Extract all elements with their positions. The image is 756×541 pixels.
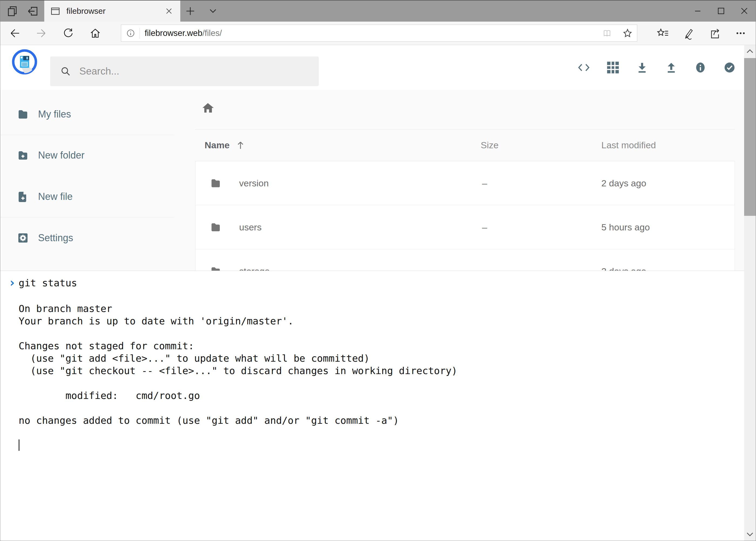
ellipsis-icon (734, 26, 748, 40)
search-box[interactable] (50, 56, 319, 86)
browser-tab-filebrowser[interactable]: filebrowser (44, 1, 180, 22)
folder-icon (16, 108, 29, 121)
grid-icon (606, 61, 620, 75)
window-maximize-button[interactable] (709, 1, 732, 22)
search-icon (59, 65, 72, 78)
tab-close-button[interactable] (163, 6, 174, 16)
refresh-icon (62, 27, 75, 40)
breadcrumb-home-button[interactable] (201, 101, 215, 115)
reading-view-icon[interactable] (601, 27, 613, 39)
sidebar-item-new-file[interactable]: New file (0, 184, 174, 209)
tab-favicon-page-icon (50, 6, 61, 16)
sidebar-item-label: New file (38, 191, 73, 202)
scrollbar-down-button[interactable] (744, 528, 756, 541)
browser-navbar: filebrowser.web/files/ (0, 22, 756, 45)
pen-icon (682, 26, 696, 40)
file-name: version (239, 161, 269, 205)
download-button[interactable] (634, 54, 650, 81)
header-action-buttons (576, 54, 737, 81)
sidebar-item-label: New folder (38, 150, 85, 161)
stacked-tabs-icon (6, 5, 20, 18)
new-tab-button[interactable] (183, 5, 197, 18)
home-outline-icon (89, 27, 102, 40)
sidebar-item-new-folder[interactable]: New folder (0, 143, 174, 168)
info-icon (693, 61, 707, 75)
favorites-hub-button[interactable] (650, 25, 676, 41)
tabs-set-aside-list-button[interactable] (6, 5, 20, 18)
settings-gear-icon (16, 232, 29, 245)
tab-title: filebrowser (66, 6, 163, 16)
sort-ascending-icon (235, 139, 246, 151)
upload-button[interactable] (664, 54, 679, 81)
grid-view-button[interactable] (606, 54, 621, 81)
web-note-pen-button[interactable] (676, 25, 702, 41)
file-row-version[interactable]: version – 2 days ago (195, 161, 735, 205)
sidebar-item-settings[interactable]: Settings (0, 226, 174, 251)
filebrowser-logo (12, 49, 38, 75)
favorite-star-icon[interactable] (621, 27, 634, 39)
home-icon (201, 101, 215, 115)
chevron-down-icon (744, 528, 756, 541)
plus-icon (184, 5, 196, 17)
arrow-left-icon (8, 27, 21, 40)
scrollbar-thumb[interactable] (744, 58, 756, 216)
vertical-scrollbar[interactable] (744, 45, 756, 541)
search-input[interactable] (79, 65, 300, 77)
code-icon (576, 61, 591, 75)
sidebar-divider (0, 217, 174, 218)
share-button[interactable] (702, 25, 728, 41)
listing-divider (195, 129, 735, 130)
folder-icon (209, 221, 222, 234)
site-info-icon[interactable] (125, 28, 136, 39)
chevron-down-icon (207, 5, 219, 17)
scrollbar-up-button[interactable] (744, 45, 756, 58)
folder-icon (209, 177, 222, 189)
maximize-icon (715, 5, 727, 17)
upload-icon (664, 61, 678, 75)
select-multiple-button[interactable] (722, 54, 737, 81)
terminal-cursor (19, 439, 19, 451)
column-header-name[interactable]: Name (205, 136, 246, 154)
browser-window: filebrowser (0, 0, 756, 541)
listing-column-headers: Name Size Last modified (195, 136, 735, 154)
address-bar[interactable]: filebrowser.web/files/ (121, 25, 637, 42)
file-modified: 2 days ago (601, 161, 646, 205)
terminal-command: git status (19, 276, 77, 290)
tab-arrow-left-icon (26, 5, 40, 18)
column-header-size[interactable]: Size (481, 136, 499, 154)
column-header-name-label: Name (205, 140, 230, 151)
file-row-users[interactable]: users – 5 hours ago (195, 205, 735, 249)
window-minimize-button[interactable] (686, 1, 709, 22)
close-icon (163, 6, 174, 16)
file-name: users (239, 205, 262, 249)
sidebar-item-label: My files (38, 109, 71, 120)
browser-home-button[interactable] (89, 27, 102, 40)
column-header-size-label: Size (481, 140, 499, 151)
refresh-button[interactable] (62, 27, 75, 40)
file-info-button[interactable] (693, 54, 708, 81)
filebrowser-page: My files New folder New fi (0, 45, 745, 541)
check-circle-icon (722, 61, 737, 75)
terminal-output-text: On branch master Your branch is up to da… (19, 303, 457, 426)
sidebar-item-my-files[interactable]: My files (0, 102, 174, 127)
navbar-right-buttons (650, 25, 754, 41)
tab-preview-toggle-button[interactable] (206, 5, 220, 18)
url-text[interactable]: filebrowser.web/files/ (145, 28, 222, 38)
file-size: – (482, 161, 487, 205)
forward-button[interactable] (35, 27, 48, 40)
terminal-panel[interactable]: › git status On branch master Your branc… (0, 270, 745, 541)
app-header (0, 45, 745, 90)
sidebar-item-label: Settings (38, 232, 73, 244)
share-icon (708, 26, 722, 40)
settings-more-button[interactable] (728, 25, 754, 41)
back-button[interactable] (8, 27, 21, 40)
download-icon (635, 61, 649, 75)
window-close-button[interactable] (732, 1, 756, 22)
column-header-modified[interactable]: Last modified (601, 136, 656, 154)
arrow-right-icon (35, 27, 48, 40)
address-bar-divider (139, 28, 140, 39)
minimize-icon (692, 5, 704, 17)
file-size: – (482, 205, 487, 249)
raw-code-view-button[interactable] (576, 54, 591, 81)
set-tabs-aside-button[interactable] (26, 5, 40, 18)
